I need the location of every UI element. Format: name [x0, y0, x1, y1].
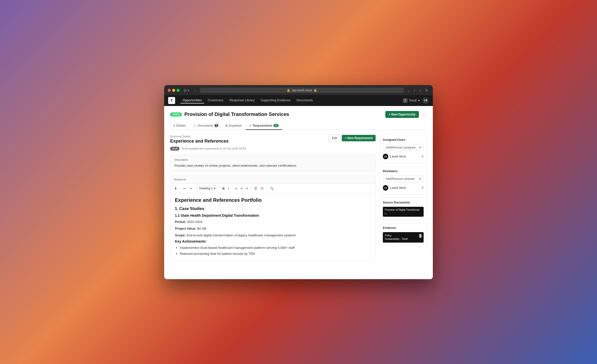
share-icon[interactable]: ⤴ — [412, 88, 417, 93]
browser-nav-buttons: ↓ ⤴ + ⧉ — [406, 88, 429, 93]
address-bar[interactable]: 🔒 app.tendl.cloud 🔒 — [200, 88, 404, 93]
redo-button[interactable]: ↪ — [189, 186, 193, 191]
align-left-button[interactable]: ≡ — [234, 186, 238, 191]
reviewers-title: Reviewers — [383, 169, 424, 173]
tab-explainer-label: Explainer — [229, 124, 242, 127]
assigned-users-title: Assigned Users — [383, 138, 424, 142]
edit-button[interactable]: Edit — [329, 135, 341, 141]
requirement-meta: Draft Tendl updated this requirement at … — [170, 147, 376, 151]
toolbar-separator-5 — [251, 186, 251, 190]
tabs-icon[interactable]: ⧉ — [424, 88, 429, 93]
reviewer-dropdown-label: Add/Remove reviewer — [386, 177, 415, 181]
assignee-left: LN Laurie Nicol — [383, 154, 406, 159]
unordered-list-button[interactable]: ☰ — [253, 186, 258, 191]
download-content-icon[interactable]: ⬇ — [173, 186, 178, 191]
remove-reviewer-button[interactable]: × — [422, 186, 424, 190]
ordered-list-button[interactable]: ☷ — [260, 186, 265, 191]
requirement-title: Experience and References — [170, 139, 229, 144]
evidence-card: Evidence Policy Sustainability - Tendl × — [380, 223, 427, 246]
align-center-button[interactable]: ≡ — [240, 186, 244, 191]
requirement-header: Business Details Experience and Referenc… — [170, 135, 376, 144]
user-avatar[interactable]: LN — [422, 97, 429, 104]
workspace-label: Tendl — [409, 99, 417, 102]
security-icon: 🔒 — [313, 89, 317, 92]
evidence-line-2: Sustainability - Tendl — [385, 237, 408, 241]
editor-heading-3: 1.1 State Health Department Digital Tran… — [175, 213, 371, 217]
align-right-button[interactable]: ≡ — [245, 186, 249, 191]
meta-text: Tendl updated this requirement at 18 Feb… — [181, 147, 246, 150]
nav-item-supporting-evidence[interactable]: Supporting Evidence — [258, 97, 293, 104]
right-panel: Assigned Users Add/Remove assignee ▾ LN … — [380, 135, 427, 261]
sidebar-toggle-browser[interactable]: ⊞ ▾ — [182, 88, 191, 93]
add-remove-assignee-dropdown[interactable]: Add/Remove assignee ▾ — [383, 144, 424, 151]
reviewers-card: Reviewers Add/Remove reviewer ▾ LN Lauri… — [380, 166, 427, 195]
minimize-button-traffic[interactable] — [172, 89, 175, 92]
nav-item-opportunities[interactable]: Opportunities — [180, 97, 204, 104]
page-title: Provision of Digital Transformation Serv… — [184, 111, 289, 117]
reviewer-avatar-ln: LN — [383, 185, 388, 191]
back-button[interactable]: ‹ — [193, 88, 198, 93]
page-header: Open Provision of Digital Transformation… — [170, 111, 427, 118]
evidence-line-1: Policy — [385, 234, 408, 237]
editor-heading-1: Experience and References Portfolio — [175, 197, 371, 203]
description-label: Description — [174, 158, 371, 161]
toolbar-separator-6 — [267, 186, 267, 190]
editor-heading-2: 1. Case Studies — [175, 207, 371, 211]
maximize-button-traffic[interactable] — [177, 89, 180, 92]
document-icon: 📄 — [193, 124, 196, 127]
reviewer-chevron-icon: ▾ — [419, 177, 421, 181]
evidence-close-button[interactable]: × — [419, 234, 422, 238]
search-button[interactable]: 🔍 — [269, 186, 275, 191]
tab-documents-label: Documents — [198, 124, 213, 127]
description-box: Description Provide case studies of simi… — [170, 155, 376, 172]
editor-period: Period: 2023-2024 — [175, 219, 371, 225]
tab-requirements[interactable]: ✓ Requirements 11 — [246, 122, 282, 130]
undo-button[interactable]: ↩ — [182, 186, 187, 191]
browser-chrome: ⊞ ▾ ‹ 🔒 app.tendl.cloud 🔒 ↓ ⤴ + ⧉ — [164, 85, 433, 95]
address-text: app.tendl.cloud — [292, 89, 312, 92]
documents-badge: 1 — [214, 124, 218, 127]
bullet-item-1: Implemented cloud-based healthcare manag… — [180, 245, 371, 250]
new-requirement-button[interactable]: + New Requirement — [342, 135, 376, 141]
editor-scope: Scope: End-to-end digital transformation… — [175, 233, 371, 238]
reviewer-name-ln: Laurie Nicol — [390, 186, 406, 190]
evidence-badge-text: Policy Sustainability - Tendl — [385, 234, 408, 241]
assignee-row-ln: LN Laurie Nicol × — [383, 153, 424, 160]
logo: T — [168, 97, 175, 104]
sidebar-toggle[interactable]: ⬚ — [421, 111, 427, 117]
download-icon[interactable]: ↓ — [406, 88, 411, 93]
workspace-selector[interactable]: T Tendl ▾ — [403, 98, 420, 103]
add-remove-reviewer-dropdown[interactable]: Add/Remove reviewer ▾ — [383, 175, 424, 182]
editor-bullets: Implemented cloud-based healthcare manag… — [175, 245, 371, 256]
tab-documents[interactable]: 📄 Documents 1 — [189, 122, 222, 130]
workspace-icon: T — [403, 98, 407, 103]
tab-explainer[interactable]: ⊞ Explainer — [222, 122, 246, 130]
content-area: Business Details Experience and Referenc… — [170, 130, 427, 261]
workspace-chevron: ▾ — [418, 99, 420, 102]
editor-content[interactable]: Experience and References Portfolio 1. C… — [170, 193, 375, 261]
tab-details[interactable]: ℹ Details — [170, 122, 189, 130]
description-text: Provide case studies of similar projects… — [174, 163, 371, 168]
source-doc-badge[interactable]: Provision of Digital Transformati... — [383, 207, 424, 217]
nav-item-response-library[interactable]: Response Library — [227, 97, 257, 104]
nav-item-customers[interactable]: Customers — [205, 97, 226, 104]
italic-button[interactable]: I — [227, 186, 230, 191]
editor-project-value: Project Value: $4.2M — [175, 226, 371, 231]
new-opportunity-button[interactable]: + New Opportunity — [385, 111, 419, 118]
response-box: Response ⬇ ↩ ↪ Heading 1 ▾ B — [170, 175, 376, 261]
remove-assignee-button[interactable]: × — [422, 155, 424, 158]
toolbar-separator-1 — [180, 186, 180, 190]
nav-item-documents[interactable]: Documents — [294, 97, 315, 104]
bold-button[interactable]: B — [221, 186, 226, 191]
close-button-traffic[interactable] — [168, 89, 171, 92]
traffic-lights — [168, 89, 180, 92]
new-tab-icon[interactable]: + — [418, 88, 423, 93]
evidence-badge[interactable]: Policy Sustainability - Tendl × — [383, 232, 424, 243]
heading-select[interactable]: Heading 1 ▾ — [198, 186, 217, 191]
assignee-name-ln: Laurie Nicol — [390, 155, 406, 158]
nav-items: Opportunities Customers Response Library… — [180, 97, 403, 104]
response-label: Response — [170, 175, 375, 184]
browser-window: ⊞ ▾ ‹ 🔒 app.tendl.cloud 🔒 ↓ ⤴ + ⧉ T Oppo… — [164, 85, 433, 279]
toolbar-separator-4 — [232, 186, 232, 190]
left-panel: Business Details Experience and Referenc… — [170, 135, 376, 261]
